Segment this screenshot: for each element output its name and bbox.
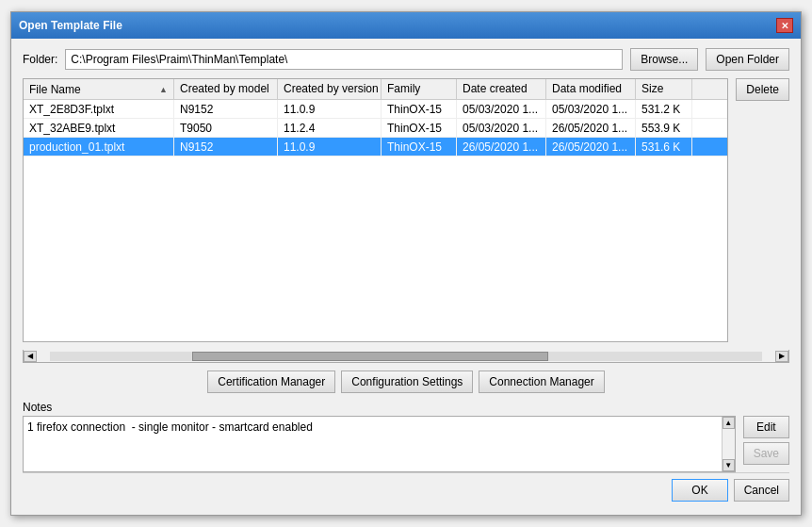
notes-textarea[interactable]: [24, 417, 722, 471]
notes-section: Notes ▲ ▼ Edit Save: [23, 401, 789, 472]
th-model: Created by model: [174, 79, 278, 99]
cancel-button[interactable]: Cancel: [734, 479, 789, 502]
table-header: File Name ▲ Created by model Created by …: [24, 79, 727, 100]
table-row[interactable]: XT_32ABE9.tplxt T9050 11.2.4 ThinOX-15 0…: [24, 119, 727, 138]
ok-button[interactable]: OK: [672, 479, 727, 502]
configuration-settings-button[interactable]: Configuration Settings: [341, 371, 473, 393]
horizontal-scrollbar[interactable]: ◀ ▶: [23, 350, 789, 363]
notes-scroll-up-btn[interactable]: ▲: [723, 417, 735, 429]
table-row[interactable]: XT_2E8D3F.tplxt N9152 11.0.9 ThinOX-15 0…: [24, 100, 727, 119]
td-filename: XT_2E8D3F.tplxt: [24, 100, 174, 118]
td-filename: production_01.tplxt: [24, 138, 174, 156]
close-button[interactable]: ✕: [776, 18, 793, 33]
bottom-buttons-row: Certification Manager Configuration Sett…: [23, 371, 789, 393]
notes-textarea-wrap: ▲ ▼: [23, 416, 736, 472]
td-created: 26/05/2020 1...: [457, 138, 546, 156]
save-button[interactable]: Save: [743, 442, 789, 465]
td-size: 531.6 K: [636, 138, 692, 156]
delete-button[interactable]: Delete: [736, 78, 789, 101]
title-bar-buttons: ✕: [776, 18, 793, 33]
table-body: XT_2E8D3F.tplxt N9152 11.0.9 ThinOX-15 0…: [24, 100, 727, 341]
table-row[interactable]: production_01.tplxt N9152 11.0.9 ThinOX-…: [24, 138, 727, 156]
td-version: 11.0.9: [278, 100, 382, 118]
td-created: 05/03/2020 1...: [457, 100, 546, 118]
title-bar: Open Template File ✕: [11, 12, 801, 39]
scroll-left-btn[interactable]: ◀: [24, 351, 37, 362]
th-size: Size: [636, 79, 692, 99]
scrollbar-track: [50, 352, 762, 361]
th-filename: File Name ▲: [24, 79, 174, 99]
td-model: T9050: [174, 119, 278, 137]
browse-button[interactable]: Browse...: [630, 48, 698, 71]
main-area: File Name ▲ Created by model Created by …: [23, 78, 789, 342]
side-buttons: Delete: [736, 78, 789, 342]
edit-button[interactable]: Edit: [743, 416, 789, 438]
open-template-dialog: Open Template File ✕ Folder: Browse... O…: [10, 11, 802, 516]
notes-label: Notes: [23, 401, 789, 414]
td-family: ThinOX-15: [382, 119, 457, 137]
td-size: 531.2 K: [636, 100, 692, 118]
td-family: ThinOX-15: [382, 138, 457, 156]
td-size: 553.9 K: [636, 119, 692, 137]
td-created: 05/03/2020 1...: [457, 119, 546, 137]
dialog-content: Folder: Browse... Open Folder File Name …: [11, 39, 801, 515]
notes-scrollbar: ▲ ▼: [722, 417, 735, 471]
td-family: ThinOX-15: [382, 100, 457, 118]
td-modified: 26/05/2020 1...: [546, 138, 636, 156]
td-modified: 26/05/2020 1...: [546, 119, 636, 137]
scroll-right-btn[interactable]: ▶: [775, 351, 788, 362]
th-family: Family: [382, 79, 457, 99]
certification-manager-button[interactable]: Certification Manager: [207, 371, 335, 393]
th-modified: Data modified: [546, 79, 636, 99]
sort-arrow-icon: ▲: [159, 85, 168, 94]
folder-label: Folder:: [23, 53, 57, 66]
folder-path-input[interactable]: [65, 49, 623, 70]
td-model: N9152: [174, 138, 278, 156]
file-table: File Name ▲ Created by model Created by …: [23, 78, 728, 342]
footer-row: OK Cancel: [23, 472, 789, 505]
folder-row: Folder: Browse... Open Folder: [23, 48, 789, 71]
dialog-title: Open Template File: [19, 19, 122, 32]
open-folder-button[interactable]: Open Folder: [706, 48, 789, 71]
connection-manager-button[interactable]: Connection Manager: [479, 371, 604, 393]
notes-scroll-down-btn[interactable]: ▼: [723, 459, 735, 471]
scrollbar-thumb[interactable]: [192, 352, 548, 361]
td-version: 11.0.9: [278, 138, 382, 156]
td-modified: 05/03/2020 1...: [546, 100, 636, 118]
td-version: 11.2.4: [278, 119, 382, 137]
th-version: Created by version: [278, 79, 382, 99]
th-created: Date created: [457, 79, 546, 99]
notes-side-buttons: Edit Save: [743, 416, 789, 465]
td-filename: XT_32ABE9.tplxt: [24, 119, 174, 137]
td-model: N9152: [174, 100, 278, 118]
